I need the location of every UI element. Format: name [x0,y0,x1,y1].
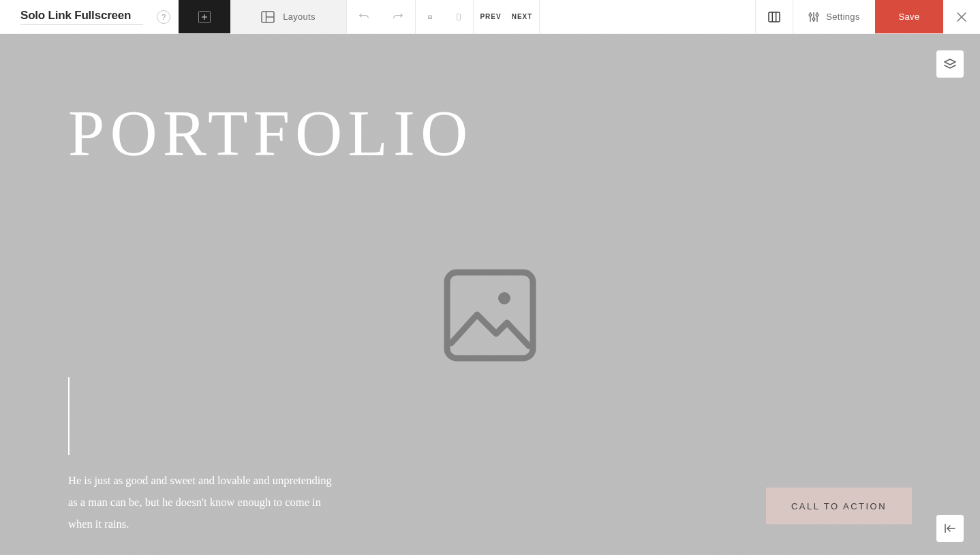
image-icon [442,267,538,364]
help-icon: ? [162,13,166,21]
cta-label: CALL TO ACTION [791,501,887,511]
redo-button[interactable] [381,0,415,33]
svg-point-15 [810,14,812,16]
add-button[interactable] [179,0,230,33]
title-section: ? [0,0,179,33]
save-button[interactable]: Save [875,0,943,33]
settings-label: Settings [826,12,859,22]
plus-icon [198,11,211,23]
svg-rect-20 [447,272,533,358]
svg-rect-9 [769,12,780,22]
collapse-panel-button[interactable] [936,515,964,542]
hero-title[interactable]: PORTFOLIO [68,101,473,166]
svg-point-21 [498,292,510,304]
desktop-view-button[interactable] [416,0,444,33]
canvas-area[interactable]: PORTFOLIO He is just as good and sweet a… [0,34,980,555]
undo-icon [359,12,369,22]
hero-body-text[interactable]: He is just as good and sweet and lovable… [68,470,341,536]
mobile-icon [457,11,461,23]
svg-rect-6 [428,16,431,18]
layers-icon [944,59,956,69]
columns-button[interactable] [756,0,793,33]
editor-toolbar: ? Layouts [0,0,980,34]
layouts-button[interactable]: Layouts [230,0,346,33]
svg-rect-8 [457,14,461,20]
mobile-view-button[interactable] [444,0,473,33]
close-button[interactable] [943,0,980,33]
layouts-label: Layouts [283,12,316,22]
undo-button[interactable] [347,0,381,33]
svg-point-16 [813,18,816,20]
prev-button[interactable]: PREV [474,0,508,33]
desktop-icon [428,12,432,22]
vertical-divider [68,377,70,455]
image-placeholder[interactable] [442,267,538,364]
help-button[interactable]: ? [157,10,170,24]
save-label: Save [898,12,919,22]
collapse-left-icon [945,524,955,533]
columns-icon [768,12,780,22]
cta-button[interactable]: CALL TO ACTION [766,488,912,524]
svg-point-17 [816,14,819,16]
settings-button[interactable]: Settings [793,0,875,33]
layout-icon [261,11,275,23]
block-title-input[interactable] [20,9,143,25]
prev-label: PREV [480,13,501,20]
sliders-icon [808,12,819,22]
layers-panel-button[interactable] [936,50,964,78]
next-label: NEXT [512,13,533,20]
spacer [540,0,755,33]
close-icon [956,12,967,22]
next-button[interactable]: NEXT [505,0,539,33]
redo-icon [393,12,403,22]
